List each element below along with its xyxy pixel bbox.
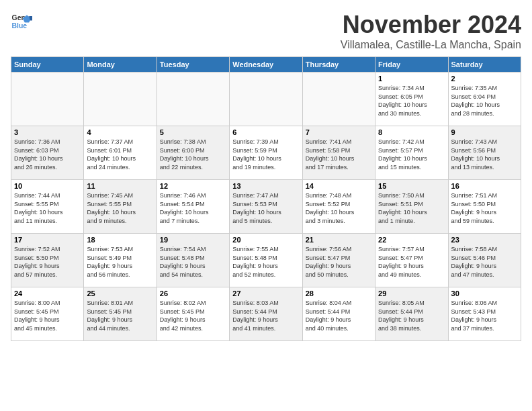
day-number: 27: [232, 289, 299, 298]
calendar-day-cell: 3Sunrise: 7:36 AM Sunset: 6:03 PM Daylig…: [11, 126, 84, 180]
calendar-week-row: 17Sunrise: 7:52 AM Sunset: 5:50 PM Dayli…: [11, 234, 521, 287]
calendar-day-cell: 11Sunrise: 7:45 AM Sunset: 5:55 PM Dayli…: [84, 180, 157, 234]
weekday-header: Monday: [84, 57, 157, 73]
day-info: Sunrise: 7:42 AM Sunset: 5:57 PM Dayligh…: [378, 138, 445, 171]
calendar-day-cell: 13Sunrise: 7:47 AM Sunset: 5:53 PM Dayli…: [230, 180, 302, 234]
day-info: Sunrise: 7:35 AM Sunset: 6:04 PM Dayligh…: [451, 84, 518, 118]
day-info: Sunrise: 7:55 AM Sunset: 5:48 PM Dayligh…: [232, 245, 299, 279]
day-number: 4: [87, 128, 153, 136]
calendar-day-cell: 5Sunrise: 7:38 AM Sunset: 6:00 PM Daylig…: [157, 126, 229, 180]
day-number: 1: [378, 75, 445, 83]
svg-text:Blue: Blue: [12, 22, 28, 30]
day-number: 16: [451, 182, 518, 190]
weekday-header: Friday: [375, 57, 448, 73]
calendar-day-cell: [157, 73, 229, 126]
calendar-day-cell: 28Sunrise: 8:04 AM Sunset: 5:44 PM Dayli…: [302, 287, 375, 341]
day-number: 24: [14, 289, 81, 298]
day-number: 26: [160, 289, 226, 298]
day-info: Sunrise: 7:53 AM Sunset: 5:49 PM Dayligh…: [87, 245, 153, 279]
calendar-week-row: 1Sunrise: 7:34 AM Sunset: 6:05 PM Daylig…: [11, 73, 521, 126]
calendar-day-cell: 15Sunrise: 7:50 AM Sunset: 5:51 PM Dayli…: [375, 180, 448, 234]
day-number: 21: [306, 236, 372, 244]
day-number: 23: [451, 236, 518, 244]
day-number: 22: [378, 236, 445, 244]
title-section: November 2024 Villamalea, Castille-La Ma…: [341, 11, 521, 51]
calendar-table: SundayMondayTuesdayWednesdayThursdayFrid…: [11, 56, 521, 341]
weekday-header: Tuesday: [157, 57, 229, 73]
calendar-day-cell: 7Sunrise: 7:41 AM Sunset: 5:58 PM Daylig…: [302, 126, 375, 180]
day-info: Sunrise: 7:48 AM Sunset: 5:52 PM Dayligh…: [306, 191, 372, 225]
day-info: Sunrise: 7:50 AM Sunset: 5:51 PM Dayligh…: [378, 191, 445, 225]
day-number: 11: [87, 182, 153, 190]
day-info: Sunrise: 7:43 AM Sunset: 5:56 PM Dayligh…: [451, 138, 518, 171]
logo-icon: General Blue: [11, 11, 32, 32]
month-title: November 2024: [341, 11, 521, 39]
day-number: 6: [232, 128, 299, 136]
calendar-day-cell: 17Sunrise: 7:52 AM Sunset: 5:50 PM Dayli…: [11, 234, 84, 287]
day-info: Sunrise: 7:46 AM Sunset: 5:54 PM Dayligh…: [160, 191, 226, 225]
calendar-day-cell: 20Sunrise: 7:55 AM Sunset: 5:48 PM Dayli…: [230, 234, 302, 287]
day-info: Sunrise: 8:04 AM Sunset: 5:44 PM Dayligh…: [306, 299, 372, 332]
day-info: Sunrise: 7:36 AM Sunset: 6:03 PM Dayligh…: [14, 138, 81, 171]
day-info: Sunrise: 7:58 AM Sunset: 5:46 PM Dayligh…: [451, 245, 518, 279]
day-number: 13: [232, 182, 299, 190]
calendar-day-cell: 12Sunrise: 7:46 AM Sunset: 5:54 PM Dayli…: [157, 180, 229, 234]
calendar-day-cell: 25Sunrise: 8:01 AM Sunset: 5:45 PM Dayli…: [84, 287, 157, 341]
day-number: 25: [87, 289, 153, 298]
calendar-day-cell: [230, 73, 302, 126]
day-info: Sunrise: 8:05 AM Sunset: 5:44 PM Dayligh…: [378, 299, 445, 332]
day-number: 3: [14, 128, 81, 136]
calendar-day-cell: 26Sunrise: 8:02 AM Sunset: 5:45 PM Dayli…: [157, 287, 229, 341]
day-info: Sunrise: 7:57 AM Sunset: 5:47 PM Dayligh…: [378, 245, 445, 279]
calendar-day-cell: 16Sunrise: 7:51 AM Sunset: 5:50 PM Dayli…: [448, 180, 521, 234]
calendar-day-cell: [84, 73, 157, 126]
day-number: 14: [306, 182, 372, 190]
day-number: 20: [232, 236, 299, 244]
day-info: Sunrise: 8:03 AM Sunset: 5:44 PM Dayligh…: [232, 299, 299, 332]
day-info: Sunrise: 7:47 AM Sunset: 5:53 PM Dayligh…: [232, 191, 299, 225]
calendar-day-cell: 6Sunrise: 7:39 AM Sunset: 5:59 PM Daylig…: [230, 126, 302, 180]
calendar-day-cell: 29Sunrise: 8:05 AM Sunset: 5:44 PM Dayli…: [375, 287, 448, 341]
page-header: General Blue November 2024 Villamalea, C…: [11, 11, 521, 51]
calendar-day-cell: 23Sunrise: 7:58 AM Sunset: 5:46 PM Dayli…: [448, 234, 521, 287]
day-number: 7: [306, 128, 372, 136]
weekday-header: Saturday: [448, 57, 521, 73]
calendar-day-cell: 10Sunrise: 7:44 AM Sunset: 5:55 PM Dayli…: [11, 180, 84, 234]
calendar-week-row: 3Sunrise: 7:36 AM Sunset: 6:03 PM Daylig…: [11, 126, 521, 180]
calendar-day-cell: 2Sunrise: 7:35 AM Sunset: 6:04 PM Daylig…: [448, 73, 521, 126]
weekday-header: Thursday: [302, 57, 375, 73]
day-number: 18: [87, 236, 153, 244]
day-info: Sunrise: 7:44 AM Sunset: 5:55 PM Dayligh…: [14, 191, 81, 225]
calendar-day-cell: 27Sunrise: 8:03 AM Sunset: 5:44 PM Dayli…: [230, 287, 302, 341]
day-info: Sunrise: 7:39 AM Sunset: 5:59 PM Dayligh…: [232, 138, 299, 171]
calendar-week-row: 24Sunrise: 8:00 AM Sunset: 5:45 PM Dayli…: [11, 287, 521, 341]
day-number: 28: [306, 289, 372, 298]
calendar-day-cell: 8Sunrise: 7:42 AM Sunset: 5:57 PM Daylig…: [375, 126, 448, 180]
calendar-day-cell: 18Sunrise: 7:53 AM Sunset: 5:49 PM Dayli…: [84, 234, 157, 287]
day-info: Sunrise: 7:34 AM Sunset: 6:05 PM Dayligh…: [378, 84, 445, 118]
calendar-day-cell: [302, 73, 375, 126]
logo: General Blue: [11, 11, 32, 32]
day-number: 2: [451, 75, 518, 83]
weekday-header: Wednesday: [230, 57, 302, 73]
calendar-week-row: 10Sunrise: 7:44 AM Sunset: 5:55 PM Dayli…: [11, 180, 521, 234]
location-subtitle: Villamalea, Castille-La Mancha, Spain: [341, 39, 521, 51]
day-info: Sunrise: 7:37 AM Sunset: 6:01 PM Dayligh…: [87, 138, 153, 171]
weekday-header: Sunday: [11, 57, 84, 73]
day-info: Sunrise: 7:41 AM Sunset: 5:58 PM Dayligh…: [306, 138, 372, 171]
calendar-day-cell: 14Sunrise: 7:48 AM Sunset: 5:52 PM Dayli…: [302, 180, 375, 234]
day-info: Sunrise: 8:01 AM Sunset: 5:45 PM Dayligh…: [87, 299, 153, 332]
day-info: Sunrise: 7:52 AM Sunset: 5:50 PM Dayligh…: [14, 245, 81, 279]
calendar-header: SundayMondayTuesdayWednesdayThursdayFrid…: [11, 57, 521, 73]
day-number: 19: [160, 236, 226, 244]
day-info: Sunrise: 7:45 AM Sunset: 5:55 PM Dayligh…: [87, 191, 153, 225]
calendar-day-cell: 4Sunrise: 7:37 AM Sunset: 6:01 PM Daylig…: [84, 126, 157, 180]
day-number: 5: [160, 128, 226, 136]
calendar-day-cell: 21Sunrise: 7:56 AM Sunset: 5:47 PM Dayli…: [302, 234, 375, 287]
day-number: 12: [160, 182, 226, 190]
day-number: 8: [378, 128, 445, 136]
day-number: 30: [451, 289, 518, 298]
day-info: Sunrise: 7:54 AM Sunset: 5:48 PM Dayligh…: [160, 245, 226, 279]
day-number: 29: [378, 289, 445, 298]
day-info: Sunrise: 8:06 AM Sunset: 5:43 PM Dayligh…: [451, 299, 518, 332]
